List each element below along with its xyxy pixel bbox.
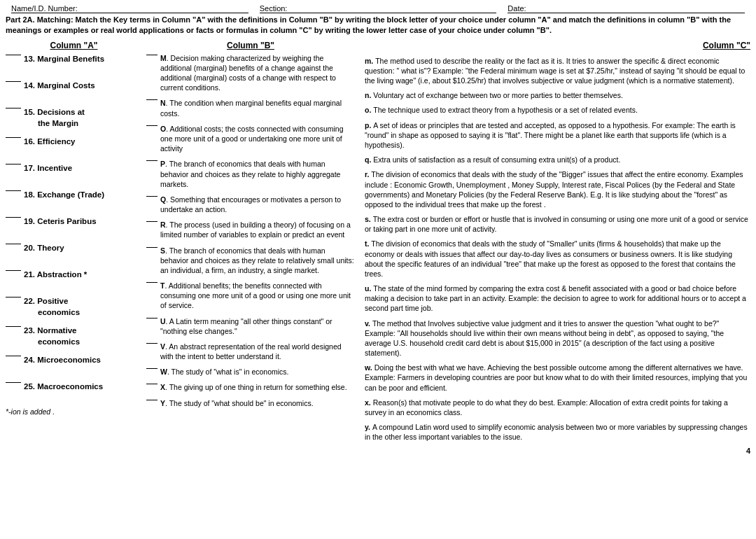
answer-blank[interactable] bbox=[6, 326, 21, 327]
col-b-answer-blank[interactable] bbox=[146, 196, 158, 197]
page-number: 4 bbox=[365, 447, 750, 455]
column-c: Column "C" m. The method used to describ… bbox=[359, 41, 750, 456]
answer-blank[interactable] bbox=[6, 108, 21, 108]
col-c-letter: s. bbox=[365, 215, 373, 223]
col-c-letter: r. bbox=[365, 170, 371, 178]
col-a-item: 15. Decisions atthe Margin bbox=[6, 106, 142, 129]
col-a-item: 14. Marginal Costs bbox=[6, 80, 142, 99]
col-c-definition: The extra cost or burden or effort or hu… bbox=[365, 215, 748, 233]
answer-blank[interactable] bbox=[6, 190, 21, 191]
answer-blank[interactable] bbox=[6, 81, 21, 82]
col-b-text: Q. Something that encourages or motivate… bbox=[160, 195, 355, 214]
instructions: Part 2A. Matching: Match the Key terms i… bbox=[6, 15, 750, 36]
col-b-answer-blank[interactable] bbox=[146, 384, 158, 384]
term-label: 18. Exchange (Trade) bbox=[24, 189, 104, 200]
col-b-answer-blank[interactable] bbox=[146, 125, 158, 126]
col-b-answer-blank[interactable] bbox=[146, 343, 158, 344]
col-b-entry: Y. The study of "what should be" in econ… bbox=[146, 398, 355, 408]
answer-blank[interactable] bbox=[6, 270, 21, 271]
term-label: 24. Microeconomics bbox=[24, 354, 101, 365]
col-c-entry: o. The technique used to extract theory … bbox=[365, 105, 750, 115]
col-b-answer-blank[interactable] bbox=[146, 99, 158, 100]
col-c-letter: x. bbox=[365, 398, 373, 407]
col-c-letter: t. bbox=[365, 239, 371, 248]
col-b-text: X. The giving up of one thing in return … bbox=[160, 382, 347, 392]
answer-blank[interactable] bbox=[6, 137, 21, 138]
footnote: *-ion is added . bbox=[6, 407, 142, 416]
col-a-item: 20. Theory bbox=[6, 242, 142, 262]
col-c-entry: t. The division of economics that deals … bbox=[365, 239, 750, 279]
col-b-text: Y. The study of "what should be" in econ… bbox=[160, 398, 314, 408]
col-c-definition: The division of economics that deals wit… bbox=[365, 170, 743, 209]
answer-blank[interactable] bbox=[6, 244, 21, 244]
col-c-definition: A compound Latin word used to simplify e… bbox=[365, 423, 748, 441]
term-label: 23. Normativeeconomics bbox=[24, 325, 80, 347]
col-b-header: Column "B" bbox=[146, 41, 355, 50]
col-a-item: 25. Macroeconomics bbox=[6, 381, 142, 400]
col-c-letter: m. bbox=[365, 57, 375, 65]
col-c-letter: n. bbox=[365, 91, 373, 99]
col-b-answer-blank[interactable] bbox=[146, 160, 158, 161]
col-c-entry: q. Extra units of satisfaction as a resu… bbox=[365, 155, 750, 164]
col-c-entry: x. Reason(s) that motivate people to do … bbox=[365, 398, 750, 417]
answer-blank[interactable] bbox=[6, 356, 21, 356]
col-c-letter: u. bbox=[365, 284, 373, 293]
col-b-answer-blank[interactable] bbox=[146, 221, 158, 222]
matching-columns: Column "A" 13. Marginal Benefits14. Marg… bbox=[6, 41, 750, 456]
col-b-answer-blank[interactable] bbox=[146, 400, 158, 400]
section-label: Section: bbox=[260, 4, 497, 13]
col-c-definition: A set of ideas or principles that are te… bbox=[365, 121, 736, 149]
col-b-entry: T. Additional benefits; the benefits con… bbox=[146, 281, 355, 311]
col-a-item: 16. Efficiency bbox=[6, 136, 142, 155]
answer-blank[interactable] bbox=[6, 297, 21, 298]
col-b-entry: O. Additional costs; the costs connected… bbox=[146, 124, 355, 154]
name-line: Name/I.D. Number: Section: Date: bbox=[6, 4, 750, 13]
term-label: 14. Marginal Costs bbox=[24, 80, 95, 91]
col-b-answer-blank[interactable] bbox=[146, 247, 158, 248]
answer-blank[interactable] bbox=[6, 382, 21, 383]
column-b: Column "B" M. Decision making characteri… bbox=[142, 41, 359, 414]
col-c-letter: v. bbox=[365, 319, 372, 328]
col-c-letter: o. bbox=[365, 106, 373, 114]
col-b-entry: Q. Something that encourages or motivate… bbox=[146, 195, 355, 214]
term-label: 17. Incentive bbox=[24, 162, 72, 174]
col-a-item: 19. Ceteris Paribus bbox=[6, 216, 142, 235]
col-a-item: 24. Microeconomics bbox=[6, 354, 142, 374]
answer-blank[interactable] bbox=[6, 217, 21, 218]
col-a-item: 17. Incentive bbox=[6, 162, 142, 182]
col-c-entry: y. A compound Latin word used to simplif… bbox=[365, 422, 750, 442]
term-label: 15. Decisions atthe Margin bbox=[24, 106, 85, 129]
col-c-letter: y. bbox=[365, 423, 372, 431]
col-c-definition: Extra units of satisfaction as a result … bbox=[373, 155, 620, 164]
col-c-entry: s. The extra cost or burden or effort or… bbox=[365, 214, 750, 234]
col-b-text: O. Additional costs; the costs connected… bbox=[160, 124, 355, 154]
col-c-definition: Voluntary act of exchange between two or… bbox=[373, 91, 623, 99]
answer-blank[interactable] bbox=[6, 55, 21, 55]
col-c-entry: v. The method that Involves subjective v… bbox=[365, 318, 750, 358]
col-c-entry: n. Voluntary act of exchange between two… bbox=[365, 90, 750, 100]
col-c-letter: q. bbox=[365, 155, 373, 164]
name-label: Name/I.D. Number: bbox=[11, 4, 248, 13]
col-b-entry: S. The branch of economics that deals wi… bbox=[146, 246, 355, 276]
term-label: 16. Efficiency bbox=[24, 136, 76, 147]
col-b-answer-blank[interactable] bbox=[146, 55, 158, 55]
term-label: 13. Marginal Benefits bbox=[24, 53, 104, 64]
col-b-text: P. The branch of economics that deals wi… bbox=[160, 159, 355, 189]
col-b-entry: R. The process (used in building a theor… bbox=[146, 220, 355, 239]
col-b-answer-blank[interactable] bbox=[146, 318, 158, 318]
col-b-answer-blank[interactable] bbox=[146, 282, 158, 283]
col-c-letter: w. bbox=[365, 363, 374, 372]
col-c-definition: The method that Involves subjective valu… bbox=[365, 319, 724, 358]
col-b-answer-blank[interactable] bbox=[146, 368, 158, 369]
col-c-definition: Doing the best with what we have. Achiev… bbox=[365, 363, 747, 391]
term-label: 25. Macroeconomics bbox=[24, 381, 103, 392]
col-c-letter: p. bbox=[365, 121, 373, 130]
col-c-definition: The state of the mind formed by comparin… bbox=[365, 284, 746, 312]
col-a-header: Column "A" bbox=[6, 41, 142, 50]
col-b-entry: P. The branch of economics that deals wi… bbox=[146, 159, 355, 189]
col-c-entry: r. The division of economics that deals … bbox=[365, 169, 750, 209]
answer-blank[interactable] bbox=[6, 164, 21, 164]
col-a-item: 18. Exchange (Trade) bbox=[6, 189, 142, 209]
col-a-item: 23. Normativeeconomics bbox=[6, 325, 142, 347]
col-b-text: N. The condition when marginal benefits … bbox=[160, 98, 355, 118]
